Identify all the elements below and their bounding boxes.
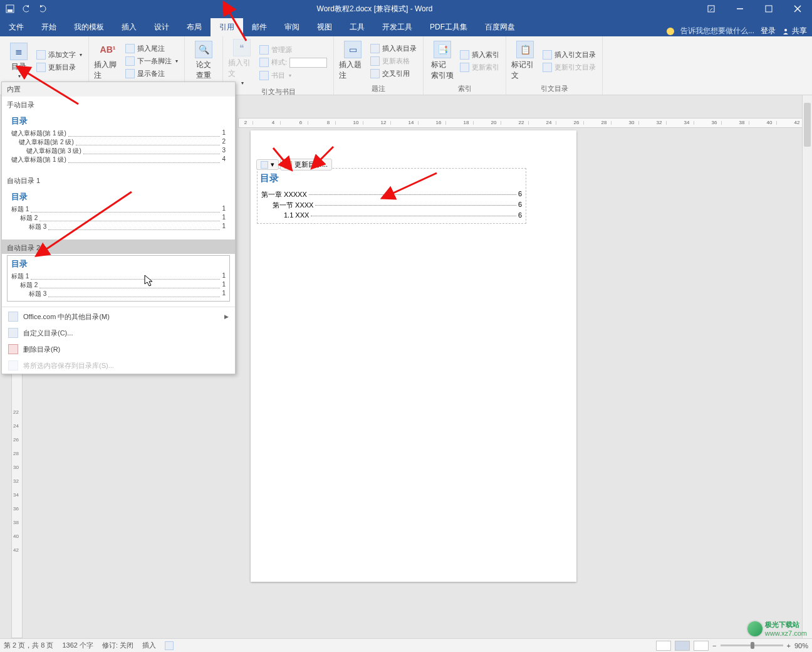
- caption-icon: ▭: [344, 41, 362, 58]
- tab-templates[interactable]: 我的模板: [65, 18, 113, 36]
- option-auto2[interactable]: 自动目录 2: [2, 239, 235, 254]
- tab-file[interactable]: 文件: [0, 18, 33, 36]
- update-toc-button[interactable]: 更新目录: [35, 62, 83, 73]
- preview-row: 标题 31: [11, 290, 226, 298]
- tab-design[interactable]: 设计: [145, 18, 178, 36]
- undo-icon[interactable]: [20, 3, 33, 15]
- insert-toa-button[interactable]: 插入引文目录: [541, 50, 597, 60]
- tab-mail[interactable]: 邮件: [243, 18, 276, 36]
- ins-toa-icon: [543, 50, 552, 60]
- biblio-button[interactable]: 书目▾: [258, 70, 328, 81]
- mark-index-button[interactable]: 📑标记 索引项: [429, 39, 456, 83]
- lightbulb-icon: [667, 28, 674, 35]
- svg-point-7: [784, 29, 787, 31]
- mark-citation-button[interactable]: 📋标记引文: [511, 39, 539, 83]
- style-select[interactable]: [289, 58, 327, 68]
- update-tof-icon: [370, 56, 380, 66]
- maximize-icon[interactable]: [754, 0, 783, 18]
- add-text-button[interactable]: 添加文字▾: [35, 50, 83, 60]
- zoom-out-button[interactable]: −: [712, 642, 716, 649]
- toc-row[interactable]: 第一章 XXXXX6: [258, 189, 526, 200]
- manage-sources-button[interactable]: 管理源: [258, 45, 328, 55]
- preview-auto1[interactable]: 目录 标题 11标题 21标题 31: [7, 188, 230, 234]
- preview-row: 键入章标题(第 1 级)4: [11, 155, 226, 164]
- tab-home[interactable]: 开始: [33, 18, 65, 36]
- ab-icon: AB¹: [99, 41, 117, 58]
- toc-button[interactable]: ≣目录▾: [5, 39, 33, 83]
- redo-icon[interactable]: [36, 3, 49, 15]
- zoom-slider[interactable]: [721, 644, 783, 646]
- preview-row: 键入章标题(第 2 级)2: [11, 138, 226, 147]
- insert-citation-button[interactable]: ❝插入引文▾: [228, 39, 256, 86]
- tab-references[interactable]: 引用: [211, 18, 243, 36]
- horizontal-ruler[interactable]: 24681012141618202224262830323436384042: [238, 118, 808, 128]
- status-page[interactable]: 第 2 页，共 8 页: [4, 641, 53, 650]
- style-button[interactable]: 样式:: [258, 57, 328, 68]
- share-button[interactable]: 共享: [782, 26, 807, 36]
- insert-footnote-button[interactable]: AB¹插入脚注: [94, 39, 122, 83]
- tab-layout[interactable]: 布局: [178, 18, 211, 36]
- option-manual[interactable]: 手动目录: [2, 97, 235, 111]
- group-label: 索引: [429, 84, 501, 93]
- group-index: 📑标记 索引项 插入索引 更新索引 索引: [424, 36, 506, 95]
- insert-index-button[interactable]: 插入索引: [459, 50, 501, 60]
- remove-icon: [8, 344, 18, 354]
- tab-pdf[interactable]: PDF工具集: [421, 18, 476, 36]
- insert-endnote-button[interactable]: 插入尾注: [124, 43, 179, 54]
- menu-custom-toc[interactable]: 自定义目录(C)...: [2, 325, 235, 341]
- view-read-button[interactable]: [656, 641, 671, 651]
- show-notes-button[interactable]: 显示备注: [124, 68, 179, 79]
- crossref-icon: [370, 69, 380, 78]
- vertical-scrollbar[interactable]: [802, 95, 812, 638]
- update-tof-button[interactable]: 更新表格: [369, 56, 418, 66]
- save-icon[interactable]: [4, 3, 16, 15]
- page[interactable]: ▾ 更新目录... 目录 第一章 XXXXX6第一节 XXXX61.1 XXX6: [251, 130, 576, 582]
- toc-handle-button[interactable]: ▾: [256, 159, 279, 170]
- login-link[interactable]: 登录: [761, 26, 776, 36]
- office-icon: [8, 312, 18, 322]
- tab-view[interactable]: 视图: [308, 18, 341, 36]
- insert-tof-button[interactable]: 插入表目录: [369, 43, 418, 54]
- minimize-icon[interactable]: [726, 0, 754, 18]
- next-footnote-button[interactable]: 下一条脚注▾: [124, 56, 179, 66]
- quick-access-toolbar: [0, 3, 53, 15]
- lookup-button[interactable]: 🔍论文 查重: [190, 39, 217, 83]
- zoom-value[interactable]: 90%: [794, 642, 808, 649]
- status-words[interactable]: 1362 个字: [62, 641, 93, 650]
- status-track[interactable]: 修订: 关闭: [102, 641, 133, 650]
- toc-row[interactable]: 第一节 XXXX6: [258, 200, 526, 211]
- tab-tools[interactable]: 工具: [341, 18, 373, 36]
- toc-icon: [261, 161, 268, 169]
- ribbon-options-icon[interactable]: [697, 0, 726, 18]
- citation-icon: ❝: [233, 39, 251, 56]
- insert-caption-button[interactable]: ▭插入题注: [339, 39, 367, 83]
- ribbon-tabs: 文件 开始 我的模板 插入 设计 布局 引用 邮件 审阅 视图 工具 开发工具 …: [0, 18, 812, 36]
- menu-more-office[interactable]: Office.com 中的其他目录(M)▶: [2, 308, 235, 325]
- preview-manual[interactable]: 目录 键入章标题(第 1 级)1键入章标题(第 2 级)2键入章标题(第 3 级…: [7, 112, 230, 167]
- shownotes-icon: [125, 69, 135, 78]
- view-web-button[interactable]: [694, 641, 709, 651]
- option-auto1[interactable]: 自动目录 1: [2, 172, 235, 187]
- update-toc-field-button[interactable]: 更新目录...: [280, 159, 332, 171]
- preview-row: 键入章标题(第 1 级)1: [11, 129, 226, 138]
- zoom-in-button[interactable]: +: [787, 642, 791, 649]
- title-bar: Word教程2.docx [兼容模式] - Word: [0, 0, 812, 18]
- macro-icon[interactable]: [165, 641, 174, 650]
- toc-field[interactable]: ▾ 更新目录... 目录 第一章 XXXXX6第一节 XXXX61.1 XXX6: [257, 168, 526, 224]
- status-mode[interactable]: 插入: [142, 641, 156, 650]
- svg-rect-4: [766, 6, 772, 12]
- close-icon[interactable]: [783, 0, 812, 18]
- update-index-button[interactable]: 更新索引: [459, 62, 501, 73]
- tab-baidu[interactable]: 百度网盘: [476, 18, 524, 36]
- crossref-button[interactable]: 交叉引用: [369, 68, 418, 79]
- toc-row[interactable]: 1.1 XXX6: [258, 211, 526, 219]
- menu-remove-toc[interactable]: 删除目录(R): [2, 341, 235, 357]
- update-toa-button[interactable]: 更新引文目录: [541, 62, 597, 73]
- tab-review[interactable]: 审阅: [276, 18, 308, 36]
- view-print-button[interactable]: [675, 641, 690, 651]
- tell-me-input[interactable]: 告诉我您想要做什么...: [680, 26, 754, 36]
- tab-dev[interactable]: 开发工具: [373, 18, 421, 36]
- preview-auto2[interactable]: 目录 标题 11标题 21标题 31: [7, 255, 230, 302]
- scroll-thumb[interactable]: [804, 103, 811, 147]
- tab-insert[interactable]: 插入: [113, 18, 145, 36]
